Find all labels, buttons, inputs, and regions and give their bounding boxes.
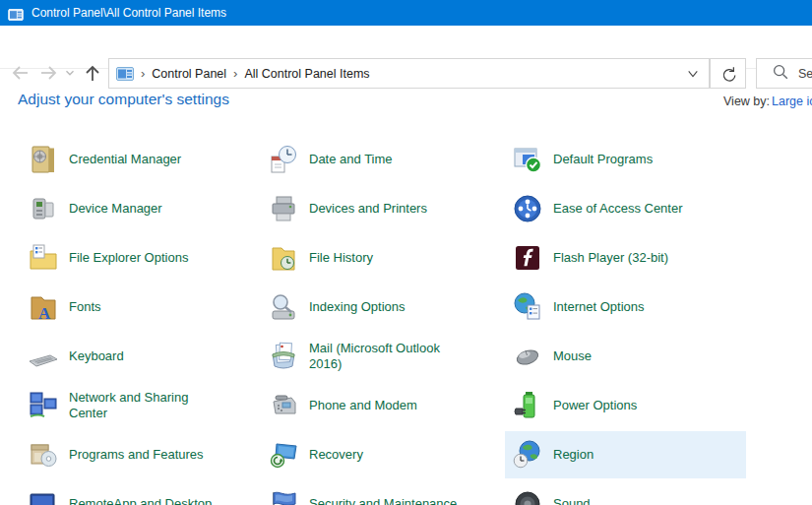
flash-player-icon bbox=[512, 242, 543, 274]
date-and-time-icon bbox=[268, 144, 299, 175]
recovery-icon bbox=[268, 439, 299, 471]
item-mail[interactable]: Mail (Microsoft Outlook 2016) bbox=[261, 333, 502, 380]
item-date-and-time[interactable]: Date and Time bbox=[261, 136, 502, 183]
breadcrumb-separator[interactable]: › bbox=[226, 67, 244, 80]
item-label: RemoteApp and Desktop bbox=[69, 496, 212, 505]
item-label: Default Programs bbox=[553, 152, 653, 167]
item-label: Date and Time bbox=[309, 152, 393, 167]
forward-button[interactable] bbox=[35, 59, 63, 87]
item-flash-player[interactable]: Flash Player (32-bit) bbox=[505, 234, 746, 282]
control-panel-icon bbox=[116, 67, 134, 81]
fonts-icon: A bbox=[28, 291, 59, 323]
item-label: Keyboard bbox=[69, 348, 124, 364]
back-arrow-icon bbox=[7, 60, 32, 86]
phone-and-modem-icon bbox=[268, 390, 299, 421]
power-options-icon bbox=[512, 390, 543, 421]
item-region[interactable]: Region bbox=[505, 431, 746, 478]
item-indexing-options[interactable]: Indexing Options bbox=[261, 284, 502, 331]
item-fonts[interactable]: A Fonts bbox=[21, 284, 262, 331]
address-dropdown-button[interactable] bbox=[677, 68, 709, 80]
item-label: Recovery bbox=[309, 447, 363, 463]
item-ease-of-access-center[interactable]: Ease of Access Center bbox=[505, 185, 746, 232]
item-label: Device Manager bbox=[69, 201, 162, 217]
item-mouse[interactable]: Mouse bbox=[505, 333, 746, 380]
item-label: Fonts bbox=[69, 299, 101, 315]
address-bar[interactable]: › Control Panel › All Control Panel Item… bbox=[108, 58, 710, 89]
navigation-bar: › Control Panel › All Control Panel Item… bbox=[0, 26, 812, 69]
page-title: Adjust your computer's settings bbox=[18, 91, 229, 108]
item-label: Internet Options bbox=[553, 299, 645, 315]
item-label: Sound bbox=[553, 496, 591, 505]
search-icon bbox=[771, 62, 790, 86]
item-credential-manager[interactable]: Credential Manager bbox=[21, 136, 262, 183]
item-sound[interactable]: Sound bbox=[505, 480, 746, 505]
breadcrumb-all-items[interactable]: All Control Panel Items bbox=[244, 67, 369, 81]
devices-and-printers-icon bbox=[268, 193, 299, 224]
item-device-manager[interactable]: Device Manager bbox=[21, 185, 262, 232]
item-internet-options[interactable]: Internet Options bbox=[505, 284, 746, 331]
region-icon bbox=[512, 439, 543, 471]
default-programs-icon bbox=[512, 144, 543, 175]
mail-icon bbox=[268, 341, 299, 372]
title-bar: Control Panel\All Control Panel Items bbox=[0, 0, 812, 26]
search-box[interactable] bbox=[756, 58, 812, 89]
device-manager-icon bbox=[28, 193, 59, 224]
control-panel-window-icon bbox=[8, 7, 24, 19]
item-label: Region bbox=[553, 447, 593, 463]
item-label: Phone and Modem bbox=[309, 398, 417, 413]
item-label: Flash Player (32-bit) bbox=[553, 250, 668, 266]
item-label: Mail (Microsoft Outlook 2016) bbox=[309, 341, 463, 373]
indexing-options-icon bbox=[268, 291, 299, 323]
network-and-sharing-center-icon bbox=[28, 390, 59, 421]
item-remoteapp-and-desktop[interactable]: RemoteApp and Desktop bbox=[21, 480, 262, 505]
search-input[interactable] bbox=[796, 66, 812, 82]
item-label: Credential Manager bbox=[69, 152, 181, 167]
refresh-button[interactable] bbox=[710, 58, 746, 89]
item-keyboard[interactable]: Keyboard bbox=[21, 333, 262, 380]
recent-locations-dropdown[interactable] bbox=[61, 59, 79, 87]
chevron-down-icon bbox=[686, 68, 700, 80]
file-explorer-options-icon bbox=[28, 242, 59, 274]
item-label: File Explorer Options bbox=[69, 250, 188, 266]
chevron-down-icon bbox=[63, 66, 77, 80]
refresh-icon bbox=[718, 64, 738, 84]
mouse-icon bbox=[512, 341, 543, 372]
breadcrumb-separator[interactable]: › bbox=[134, 67, 152, 80]
view-by-dropdown[interactable]: Large ic bbox=[772, 95, 812, 108]
view-by-label: View by: bbox=[723, 95, 770, 108]
remoteapp-and-desktop-icon bbox=[28, 488, 59, 505]
item-file-history[interactable]: File History bbox=[261, 234, 502, 282]
item-label: Devices and Printers bbox=[309, 201, 427, 217]
up-button[interactable] bbox=[79, 59, 106, 87]
item-programs-and-features[interactable]: Programs and Features bbox=[21, 431, 262, 478]
item-label: Power Options bbox=[553, 398, 637, 413]
security-and-maintenance-icon bbox=[268, 488, 299, 505]
item-default-programs[interactable]: Default Programs bbox=[505, 136, 746, 183]
breadcrumb-control-panel[interactable]: Control Panel bbox=[152, 67, 226, 81]
credential-manager-icon bbox=[28, 144, 59, 175]
item-devices-and-printers[interactable]: Devices and Printers bbox=[261, 185, 502, 232]
item-security-and-maintenance[interactable]: Security and Maintenance bbox=[261, 480, 502, 505]
item-recovery[interactable]: Recovery bbox=[261, 431, 502, 478]
item-phone-and-modem[interactable]: Phone and Modem bbox=[261, 382, 502, 429]
item-label: Programs and Features bbox=[69, 447, 204, 463]
item-label: Network and Sharing Center bbox=[69, 390, 222, 422]
item-power-options[interactable]: Power Options bbox=[505, 382, 746, 429]
svg-text:A: A bbox=[38, 304, 51, 323]
sound-icon bbox=[512, 488, 543, 505]
window-title: Control Panel\All Control Panel Items bbox=[31, 6, 226, 20]
up-arrow-icon bbox=[80, 60, 105, 86]
item-label: Mouse bbox=[553, 348, 592, 364]
item-network-and-sharing-center[interactable]: Network and Sharing Center bbox=[21, 382, 262, 429]
back-button[interactable] bbox=[6, 59, 33, 87]
item-label: Indexing Options bbox=[309, 299, 406, 315]
item-file-explorer-options[interactable]: File Explorer Options bbox=[21, 234, 262, 282]
keyboard-icon bbox=[28, 341, 59, 372]
internet-options-icon bbox=[512, 291, 543, 323]
ease-of-access-center-icon bbox=[512, 193, 543, 224]
file-history-icon bbox=[268, 242, 299, 274]
programs-and-features-icon bbox=[28, 439, 59, 471]
forward-arrow-icon bbox=[36, 60, 62, 86]
item-label: Security and Maintenance bbox=[309, 496, 457, 505]
item-label: File History bbox=[309, 250, 373, 266]
